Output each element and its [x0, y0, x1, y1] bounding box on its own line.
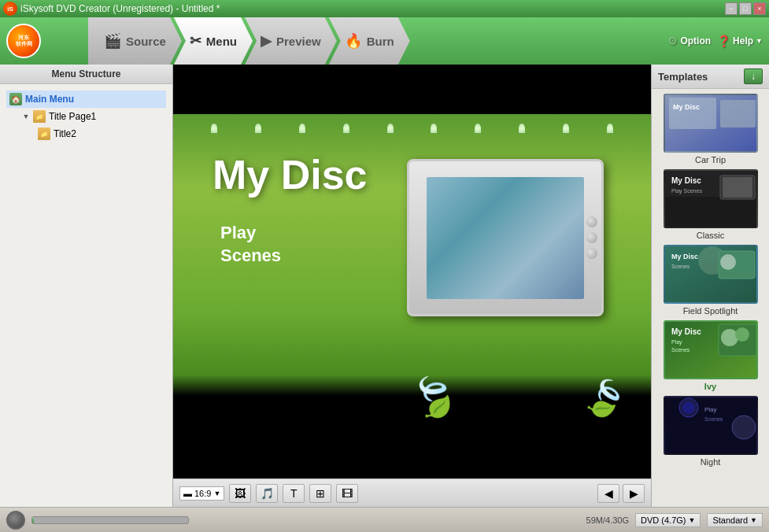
svg-point-21	[721, 329, 738, 346]
tree-item-label: Title Page1	[49, 111, 96, 122]
disc-subtitle-line1: Play	[220, 222, 281, 245]
tab-burn-label: Burn	[367, 35, 394, 48]
menu-structure-title: Menu Structure	[51, 68, 120, 79]
progress-bar-fill	[32, 517, 34, 523]
bg-image-button[interactable]: 🖼	[229, 484, 251, 503]
logo-area: 河东软件网	[6, 24, 85, 58]
svg-text:My Disc: My Disc	[673, 103, 700, 111]
light-6	[431, 124, 437, 133]
canvas-toolbar: ▬ 16:9 ▼ 🖼 🎵 T ⊞ 🎞 ◀ ▶	[173, 478, 651, 507]
template-label-night: Night	[701, 457, 721, 467]
window-title: iSkysoft DVD Creator (Unregistered) - Un…	[20, 3, 220, 14]
menu-structure-header: Menu Structure	[0, 65, 172, 84]
add-button-button[interactable]: ⊞	[309, 484, 331, 503]
expand-icon: ▼	[22, 113, 30, 120]
bg-music-button[interactable]: 🎵	[256, 484, 278, 503]
ratio-value: 16:9	[194, 489, 211, 498]
left-panel: Menu Structure 🏠 Main Menu ▼ 📁 Title Pag…	[0, 65, 173, 507]
template-label-classic: Classic	[697, 231, 724, 240]
folder-icon: 📁	[33, 110, 46, 123]
tab-menu-label: Menu	[206, 35, 237, 48]
light-1	[211, 124, 217, 133]
svg-text:My Disc: My Disc	[671, 327, 701, 336]
prev-button[interactable]: ◀	[597, 484, 619, 503]
template-classic[interactable]: My Disc Play Scenes Classic	[658, 169, 763, 240]
close-button[interactable]: ×	[753, 2, 766, 15]
option-button[interactable]: ⚙ Option	[667, 35, 711, 47]
disc-title[interactable]: My Disc	[213, 151, 368, 198]
tab-menu[interactable]: ✂ Menu	[174, 17, 253, 65]
template-ivy[interactable]: My Disc Play Scenes Ivy	[658, 320, 763, 391]
template-label-ivy: Ivy	[704, 382, 716, 391]
app-brand-logo: 河东软件网	[6, 24, 41, 58]
svg-text:Scenes: Scenes	[671, 264, 690, 269]
disc-type-value: DVD (4.7G)	[641, 515, 686, 525]
tree-item-label: Main Menu	[25, 94, 74, 105]
add-text-button[interactable]: T	[283, 484, 305, 503]
tv-btn-1	[586, 216, 597, 227]
template-night[interactable]: Play Scenes Night	[658, 396, 763, 467]
template-field-spotlight[interactable]: My Disc Scenes Field Spotlight	[658, 245, 763, 316]
template-thumb-car-trip: My Disc	[664, 94, 758, 153]
nav-tabs: 🎬 Source ✂ Menu ▶ Preview 🔥 Burn	[88, 17, 410, 65]
ratio-select[interactable]: ▬ 16:9 ▼	[179, 486, 224, 501]
tree-item-title-page1[interactable]: ▼ 📁 Title Page1	[6, 108, 166, 125]
svg-text:Scenes: Scenes	[704, 416, 723, 422]
svg-text:Scenes: Scenes	[671, 347, 690, 353]
tab-source[interactable]: 🎬 Source	[88, 17, 182, 65]
leaf-left: 🍃	[403, 367, 464, 427]
tab-preview[interactable]: ▶ Preview	[245, 17, 337, 65]
preview-canvas[interactable]: My Disc Play Scenes	[173, 65, 651, 478]
svg-point-22	[735, 327, 749, 342]
home-icon: 🏠	[9, 93, 22, 105]
ratio-icon: ▬	[183, 489, 192, 498]
template-label-field-spotlight: Field Spotlight	[683, 306, 738, 316]
svg-text:Play: Play	[671, 339, 682, 345]
template-car-trip[interactable]: My Disc Car Trip	[658, 94, 763, 164]
next-button[interactable]: ▶	[623, 484, 645, 503]
help-label: Help	[733, 35, 753, 46]
filmstrip-button[interactable]: 🎞	[336, 484, 358, 503]
svg-text:Play Scenes: Play Scenes	[671, 188, 702, 194]
disc-type-select[interactable]: DVD (4.7G) ▼	[635, 513, 701, 527]
toolbar: 河东软件网 🎬 Source ✂ Menu ▶ Preview 🔥 Burn ⚙…	[0, 17, 769, 65]
templates-list: My Disc Car Trip My Disc Play Scenes	[652, 89, 769, 507]
statusbar: 59M/4.30G DVD (4.7G) ▼ Standard ▼	[0, 507, 769, 532]
light-9	[563, 124, 569, 133]
disc-subtitle[interactable]: Play Scenes	[220, 222, 281, 267]
light-10	[607, 124, 613, 133]
template-thumb-classic: My Disc Play Scenes	[664, 169, 758, 228]
canvas-background: My Disc Play Scenes	[173, 65, 651, 478]
app-logo: iS	[3, 2, 17, 16]
preview-icon: ▶	[261, 32, 272, 50]
tv-frame	[407, 159, 604, 316]
help-icon: ❓	[717, 35, 730, 47]
tree-item-main-menu[interactable]: 🏠 Main Menu	[6, 91, 166, 108]
menu-icon: ✂	[190, 32, 201, 50]
tv-btn-3	[586, 248, 597, 259]
quality-select[interactable]: Standard ▼	[707, 513, 763, 527]
quality-value: Standard	[712, 515, 748, 525]
download-templates-button[interactable]: ↓	[744, 68, 763, 84]
progress-text: 59M/4.30G	[586, 515, 629, 525]
help-dropdown-icon: ▼	[756, 37, 763, 45]
minimize-button[interactable]: −	[725, 2, 738, 15]
window-controls[interactable]: − □ ×	[725, 2, 766, 15]
maximize-button[interactable]: □	[739, 2, 752, 15]
tv-buttons	[586, 216, 597, 259]
right-panel: Templates ↓	[651, 65, 769, 507]
gear-icon: ⚙	[667, 35, 678, 47]
help-button[interactable]: ❓ Help ▼	[717, 35, 763, 47]
ratio-dropdown-icon: ▼	[213, 490, 220, 497]
right-toolbar: ⚙ Option ❓ Help ▼	[667, 35, 763, 47]
tree-item-title2[interactable]: 📁 Title2	[6, 125, 166, 142]
disc-type-dropdown-icon: ▼	[689, 516, 696, 524]
light-3	[299, 124, 305, 133]
svg-point-15	[720, 254, 736, 270]
tab-burn[interactable]: 🔥 Burn	[329, 17, 410, 65]
svg-rect-1	[669, 98, 716, 129]
tree-item-label: Title2	[54, 128, 76, 139]
template-thumb-ivy: My Disc Play Scenes	[664, 320, 758, 379]
tab-preview-label: Preview	[276, 35, 321, 48]
tree-area: 🏠 Main Menu ▼ 📁 Title Page1 📁 Title2	[0, 84, 172, 149]
